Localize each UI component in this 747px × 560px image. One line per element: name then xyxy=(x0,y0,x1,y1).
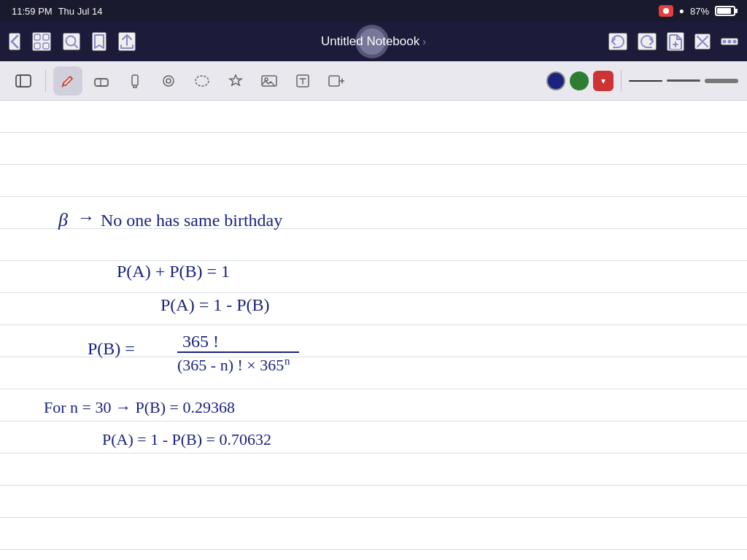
math-notes-svg: β → No one has same birthday P(A) + P(B)… xyxy=(44,195,554,487)
sidebar-toggle-button[interactable] xyxy=(9,66,38,96)
record-dot xyxy=(663,8,669,14)
svg-point-13 xyxy=(196,76,209,86)
eraser-tool-button[interactable] xyxy=(87,66,116,96)
svg-rect-17 xyxy=(329,76,339,86)
svg-text:P(A) = 1 - P(B) = 0.70632: P(A) = 1 - P(B) = 0.70632 xyxy=(102,430,271,448)
color-green[interactable] xyxy=(570,71,589,90)
redo-button[interactable] xyxy=(638,33,657,50)
battery-percent: 87% xyxy=(690,6,709,17)
svg-rect-3 xyxy=(43,43,49,49)
status-left: 11:59 PM Thu Jul 14 xyxy=(12,6,102,17)
notebook-canvas[interactable]: β → No one has same birthday P(A) + P(B)… xyxy=(0,101,747,560)
svg-point-7 xyxy=(733,40,737,44)
line-thick-button[interactable] xyxy=(705,79,738,83)
svg-point-11 xyxy=(163,76,174,86)
lasso-tool-button[interactable] xyxy=(187,66,217,96)
svg-rect-1 xyxy=(43,34,49,40)
line-thick-indicator xyxy=(705,79,738,83)
title-chevron-icon: › xyxy=(422,36,426,47)
back-button[interactable] xyxy=(9,33,20,50)
more-options-button[interactable] xyxy=(721,38,738,45)
svg-text:(365 - n) ! × 365: (365 - n) ! × 365 xyxy=(177,356,284,374)
svg-point-12 xyxy=(166,79,171,83)
wifi-icon: ● xyxy=(679,6,684,16)
line-medium-button[interactable] xyxy=(667,79,700,82)
svg-rect-8 xyxy=(16,75,31,87)
search-button[interactable] xyxy=(63,33,80,50)
image-tool-button[interactable] xyxy=(255,66,284,96)
line-thin-indicator xyxy=(629,80,662,82)
share-button[interactable] xyxy=(118,32,136,51)
color-dark-blue[interactable] xyxy=(546,71,565,90)
battery-bar xyxy=(715,6,735,16)
date: Thu Jul 14 xyxy=(58,6,103,17)
svg-text:No one has same birthday: No one has same birthday xyxy=(101,211,282,230)
undo-button[interactable] xyxy=(608,33,627,50)
status-bar: 11:59 PM Thu Jul 14 ● 87% xyxy=(0,0,747,22)
line-thin-button[interactable] xyxy=(629,80,662,82)
svg-rect-10 xyxy=(132,75,138,85)
status-right: ● 87% xyxy=(659,5,735,17)
nav-bar: Untitled Notebook › xyxy=(0,22,747,61)
svg-text:P(B) =: P(B) = xyxy=(88,339,135,358)
close-button[interactable] xyxy=(694,34,711,50)
pen-tool-button[interactable] xyxy=(53,66,82,96)
svg-rect-14 xyxy=(262,76,276,86)
time: 11:59 PM xyxy=(12,6,53,17)
notebook-title[interactable]: Untitled Notebook › xyxy=(321,34,426,49)
nav-center: Untitled Notebook › xyxy=(321,34,426,49)
marker-tool-button[interactable] xyxy=(120,66,150,96)
text-tool-button[interactable] xyxy=(288,66,317,96)
record-indicator xyxy=(659,5,673,17)
color-dropdown-button[interactable]: ▾ xyxy=(593,71,614,91)
svg-point-6 xyxy=(728,40,732,44)
nav-right xyxy=(608,32,738,51)
notebook-content: β → No one has same birthday P(A) + P(B)… xyxy=(0,101,747,560)
grid-view-button[interactable] xyxy=(32,32,51,51)
svg-text:→: → xyxy=(77,208,95,227)
new-page-button[interactable] xyxy=(667,32,684,51)
svg-text:365 !: 365 ! xyxy=(182,332,219,351)
svg-rect-0 xyxy=(34,34,40,40)
tool-separator-2 xyxy=(621,70,622,92)
tool-bar: ▾ xyxy=(0,61,747,101)
svg-text:n: n xyxy=(285,355,290,367)
svg-rect-9 xyxy=(95,79,108,86)
line-medium-indicator xyxy=(667,79,700,82)
favorite-tool-button[interactable] xyxy=(221,66,250,96)
svg-text:β: β xyxy=(58,209,68,230)
svg-point-5 xyxy=(723,40,727,44)
battery-fill xyxy=(717,8,731,14)
svg-text:For n = 30  →  P(B) = 0.29368: For n = 30 → P(B) = 0.29368 xyxy=(44,398,235,416)
tool-separator-1 xyxy=(45,70,46,92)
svg-text:P(A) + P(B) = 1: P(A) + P(B) = 1 xyxy=(117,262,230,281)
svg-text:P(A) = 1 - P(B): P(A) = 1 - P(B) xyxy=(160,295,270,314)
more-tools-button[interactable] xyxy=(322,66,351,96)
bookmark-button[interactable] xyxy=(92,32,107,51)
color-dropdown-arrow: ▾ xyxy=(601,76,605,86)
nav-left xyxy=(9,32,136,51)
battery-icon xyxy=(715,6,735,16)
svg-rect-2 xyxy=(34,43,40,49)
select-tool-button[interactable] xyxy=(154,66,183,96)
